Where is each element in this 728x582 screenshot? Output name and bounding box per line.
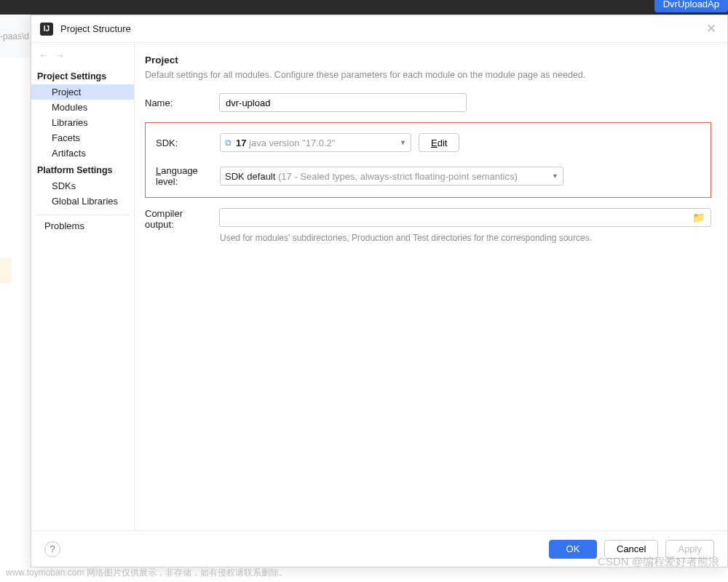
nav-forward-icon[interactable]: → bbox=[55, 49, 65, 61]
dialog-title: Project Structure bbox=[60, 23, 131, 34]
nav-back-icon[interactable]: ← bbox=[39, 49, 49, 61]
sidebar-item-global-libraries[interactable]: Global Libraries bbox=[31, 194, 134, 209]
path-text: r-paas\d bbox=[0, 31, 29, 41]
language-level-dropdown[interactable]: SDK default (17 - Sealed types, always-s… bbox=[220, 167, 563, 186]
compiler-output-input[interactable]: 📁 bbox=[219, 208, 711, 227]
edit-sdk-button[interactable]: Edit bbox=[419, 133, 459, 152]
folder-icon[interactable]: 📁 bbox=[692, 212, 705, 223]
dialog-header: IJ Project Structure ✕ bbox=[31, 15, 727, 43]
cancel-button[interactable]: Cancel bbox=[604, 540, 658, 559]
nav-history: ← → bbox=[31, 49, 134, 67]
dialog-body: ← → Project Settings Project Modules Lib… bbox=[31, 43, 727, 530]
compiler-output-helper: Used for modules' subdirectories, Produc… bbox=[220, 233, 711, 243]
background-path-strip: r-paas\d bbox=[0, 15, 31, 58]
sidebar-item-sdks[interactable]: SDKs bbox=[31, 178, 134, 194]
sdk-row: SDK: ⧉ 17 java version "17.0.2" ▼ Edit bbox=[156, 133, 697, 152]
sdk-label: SDK: bbox=[156, 137, 213, 148]
sidebar-item-label: Global Libraries bbox=[52, 196, 118, 207]
ok-button[interactable]: OK bbox=[549, 540, 597, 559]
ok-label: OK bbox=[566, 543, 580, 554]
sdk-value: 17 java version "17.0.2" bbox=[236, 137, 335, 148]
language-level-value: SDK default (17 - Sealed types, always-s… bbox=[225, 171, 518, 182]
sdk-highlight-box: SDK: ⧉ 17 java version "17.0.2" ▼ Edit L… bbox=[145, 122, 711, 198]
project-structure-dialog: IJ Project Structure ✕ ← → Project Setti… bbox=[31, 15, 728, 567]
sidebar-item-label: Libraries bbox=[52, 117, 88, 128]
dialog-footer: ? OK Cancel Apply bbox=[31, 530, 727, 567]
run-config-button[interactable]: DvrUploadAp bbox=[654, 0, 728, 12]
page-subtitle: Default settings for all modules. Config… bbox=[145, 70, 711, 80]
language-level-label: Language level: bbox=[156, 165, 213, 187]
run-config-label: DvrUploadAp bbox=[663, 0, 719, 9]
cancel-label: Cancel bbox=[617, 543, 646, 554]
sidebar-item-label: Facets bbox=[52, 132, 80, 143]
sidebar-item-artifacts[interactable]: Artifacts bbox=[31, 146, 134, 161]
sidebar: ← → Project Settings Project Modules Lib… bbox=[31, 43, 135, 530]
sidebar-item-label: Artifacts bbox=[52, 148, 86, 159]
apply-button[interactable]: Apply bbox=[665, 540, 714, 559]
sidebar-divider bbox=[36, 215, 130, 215]
sidebar-item-label: SDKs bbox=[52, 180, 76, 191]
page-title: Project bbox=[145, 55, 711, 65]
intellij-icon: IJ bbox=[40, 23, 53, 36]
content-pane: Project Default settings for all modules… bbox=[135, 43, 727, 530]
close-icon[interactable]: ✕ bbox=[704, 21, 719, 36]
language-level-row: Language level: SDK default (17 - Sealed… bbox=[156, 165, 697, 187]
footer-buttons: OK Cancel Apply bbox=[549, 540, 714, 559]
name-row: Name: bbox=[145, 93, 711, 112]
watermark-bottom-left: www.toymoban.com 网络图片仅供展示，非存储，如有侵权请联系删除。 bbox=[6, 567, 288, 579]
compiler-output-label: Compiler output: bbox=[145, 208, 212, 230]
sidebar-item-libraries[interactable]: Libraries bbox=[31, 115, 134, 130]
sidebar-item-problems[interactable]: Problems bbox=[31, 218, 134, 234]
sidebar-item-facets[interactable]: Facets bbox=[31, 130, 134, 146]
name-label: Name: bbox=[145, 97, 212, 108]
section-project-settings: Project Settings bbox=[31, 67, 134, 84]
compiler-output-row: Compiler output: 📁 bbox=[145, 208, 711, 230]
sidebar-item-label: Project bbox=[52, 87, 81, 97]
sidebar-item-label: Problems bbox=[44, 220, 84, 231]
name-input[interactable] bbox=[219, 93, 467, 112]
chevron-down-icon: ▼ bbox=[552, 172, 558, 180]
sdk-edit-label-rest: dit bbox=[438, 137, 448, 148]
section-platform-settings: Platform Settings bbox=[31, 161, 134, 178]
sidebar-item-project[interactable]: Project bbox=[31, 84, 134, 100]
apply-label: Apply bbox=[678, 543, 702, 554]
help-icon[interactable]: ? bbox=[44, 541, 60, 557]
background-tool-tab bbox=[0, 258, 12, 283]
sidebar-item-modules[interactable]: Modules bbox=[31, 100, 134, 115]
main-toolbar: DvrUploadAp bbox=[0, 0, 728, 15]
sidebar-item-label: Modules bbox=[52, 102, 87, 113]
sdk-folder-icon: ⧉ bbox=[225, 137, 232, 148]
sdk-dropdown[interactable]: ⧉ 17 java version "17.0.2" ▼ bbox=[220, 133, 411, 152]
chevron-down-icon: ▼ bbox=[400, 139, 406, 146]
